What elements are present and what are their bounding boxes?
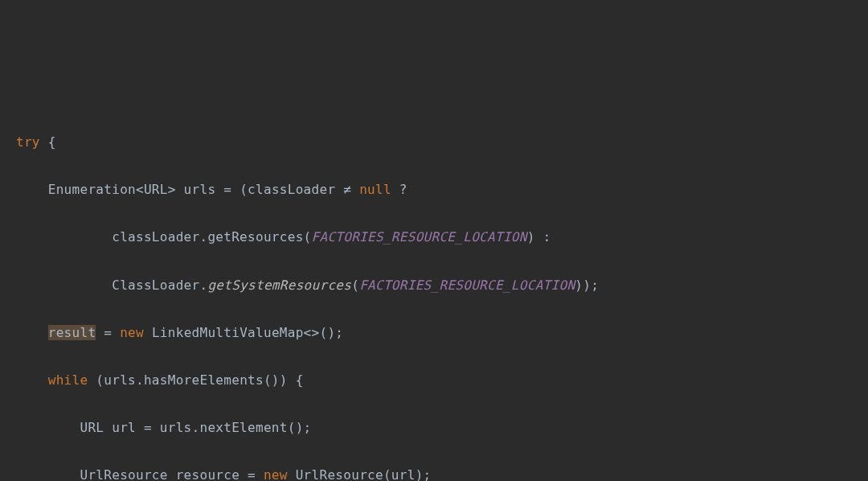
code-line: while (urls.hasMoreElements()) { [0,368,868,393]
keyword-new: new [120,325,144,340]
code-line: result = new LinkedMultiValueMap<>(); [0,321,868,345]
keyword-try: try [16,134,40,150]
constant: FACTORIES_RESOURCE_LOCATION [359,278,575,293]
code-line: URL url = urls.nextElement(); [0,416,868,440]
code-line: try { [0,130,868,154]
code-line: UrlResource resource = new UrlResource(u… [0,463,868,481]
code-line: Enumeration<URL> urls = (classLoader ≠ n… [0,178,868,202]
keyword-while: while [48,372,88,388]
keyword-null: null [359,182,391,197]
code-line: ClassLoader.getSystemResources(FACTORIES… [0,273,868,298]
code-editor[interactable]: try { Enumeration<URL> urls = (classLoad… [0,106,868,481]
variable-result: result [48,325,96,340]
static-method: getSystemResources [207,278,351,293]
code-line: classLoader.getResources(FACTORIES_RESOU… [0,225,868,249]
keyword-new: new [264,467,288,481]
constant: FACTORIES_RESOURCE_LOCATION [312,229,527,245]
